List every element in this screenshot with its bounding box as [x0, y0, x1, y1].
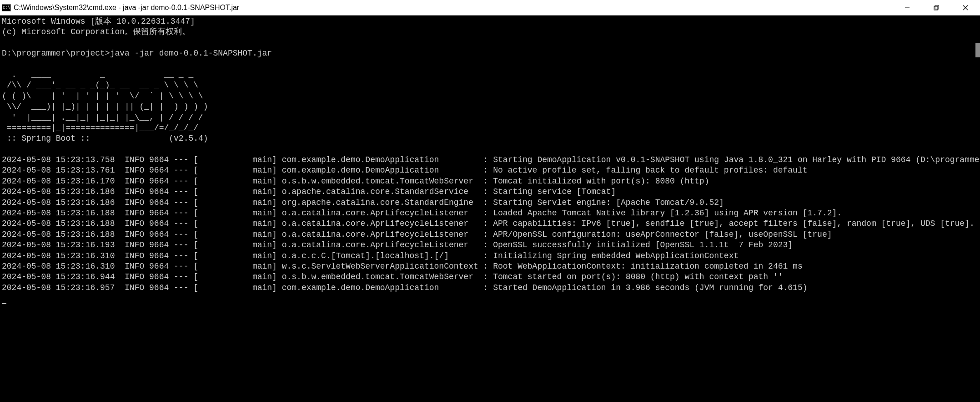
window-controls [893, 0, 980, 15]
svg-rect-2 [935, 5, 939, 9]
spring-boot-version: :: Spring Boot :: (v2.5.4) [2, 134, 208, 143]
svg-rect-1 [934, 6, 938, 10]
scrollbar-thumb[interactable] [975, 43, 980, 57]
window-title: C:\Windows\System32\cmd.exe - java -jar … [14, 4, 239, 12]
os-header-2: (c) Microsoft Corporation。保留所有权利。 [2, 27, 190, 36]
terminal-output[interactable]: Microsoft Windows [版本 10.0.22631.3447] (… [0, 15, 980, 402]
title-left: C:\ C:\Windows\System32\cmd.exe - java -… [0, 4, 239, 12]
minimize-button[interactable] [893, 0, 922, 15]
log-lines: 2024-05-08 15:23:13.758 INFO 9664 --- [ … [2, 155, 980, 292]
maximize-button[interactable] [922, 0, 951, 15]
cursor [2, 303, 6, 304]
spring-ascii-banner: . ____ _ __ _ _ /\\ / ___'_ __ _ _(_)_ _… [2, 70, 208, 132]
window-title-bar: C:\ C:\Windows\System32\cmd.exe - java -… [0, 0, 980, 15]
command-prompt: D:\programmer\project>java -jar demo-0.0… [2, 49, 272, 58]
cmd-icon: C:\ [2, 4, 11, 11]
os-header-1: Microsoft Windows [版本 10.0.22631.3447] [2, 17, 195, 26]
close-button[interactable] [951, 0, 980, 15]
